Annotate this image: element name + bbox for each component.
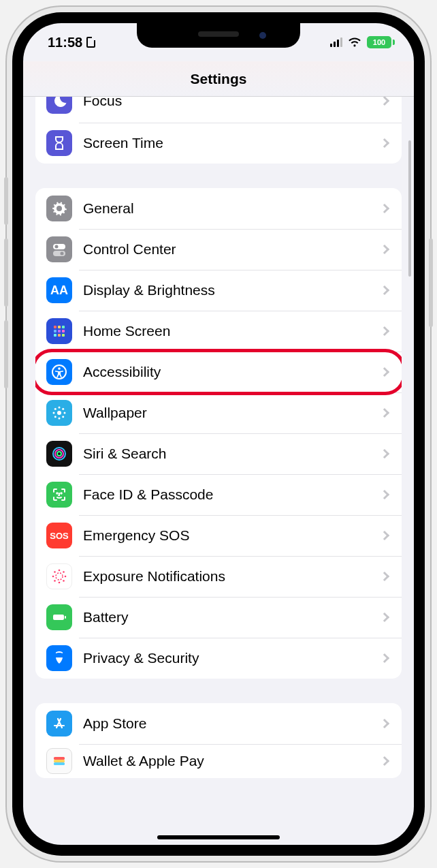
svg-point-37 — [63, 580, 65, 582]
svg-point-30 — [59, 570, 61, 572]
svg-point-35 — [63, 571, 65, 573]
chevron-right-icon — [380, 572, 389, 581]
row-battery[interactable]: Battery — [35, 597, 402, 638]
svg-point-36 — [54, 580, 56, 582]
row-focus[interactable]: Focus — [35, 97, 402, 123]
svg-point-1 — [55, 245, 59, 249]
volume-down-button — [4, 320, 8, 388]
front-camera — [259, 32, 266, 39]
svg-rect-10 — [54, 334, 56, 337]
display-icon: AA — [46, 277, 72, 303]
row-label: Privacy & Security — [83, 650, 381, 666]
appstore-icon — [46, 711, 72, 737]
chevron-right-icon — [380, 719, 389, 728]
wifi-icon — [348, 37, 361, 48]
row-general[interactable]: General — [35, 188, 402, 229]
faceid-icon — [46, 482, 72, 508]
chevron-right-icon — [380, 490, 389, 499]
content-area[interactable]: Focus Screen Time — [23, 97, 414, 845]
page-title: Settings — [191, 71, 247, 87]
row-label: Face ID & Passcode — [83, 486, 381, 503]
svg-rect-12 — [62, 334, 65, 337]
siri-icon — [46, 441, 72, 467]
settings-group-time: Focus Screen Time — [35, 97, 402, 164]
svg-point-26 — [57, 452, 61, 456]
svg-rect-11 — [58, 334, 61, 337]
sos-icon: SOS — [46, 523, 72, 548]
wallpaper-icon — [46, 400, 72, 426]
svg-rect-38 — [53, 615, 64, 620]
row-label: App Store — [83, 715, 381, 732]
accessibility-icon — [46, 359, 72, 385]
svg-point-16 — [59, 407, 61, 409]
row-wallet[interactable]: Wallet & Apple Pay — [35, 744, 402, 778]
settings-group-store: App Store Wallet & Apple Pay — [35, 703, 402, 778]
svg-rect-5 — [58, 326, 61, 328]
battery-icon: 100 — [367, 36, 395, 48]
wallet-icon — [46, 748, 72, 774]
row-label: Wallpaper — [83, 405, 381, 421]
focus-icon — [46, 97, 72, 114]
status-right: 100 — [330, 36, 395, 48]
svg-point-19 — [64, 412, 66, 414]
chevron-right-icon — [380, 367, 389, 377]
privacy-icon — [46, 645, 72, 671]
svg-rect-6 — [62, 326, 65, 328]
row-privacy[interactable]: Privacy & Security — [35, 638, 402, 679]
svg-rect-42 — [54, 762, 65, 765]
row-siri[interactable]: Siri & Search — [35, 433, 402, 474]
svg-rect-41 — [54, 760, 65, 762]
svg-point-29 — [56, 573, 63, 580]
svg-point-18 — [53, 412, 55, 414]
sos-icon-text: SOS — [50, 531, 68, 541]
svg-point-31 — [59, 582, 61, 584]
status-left: 11:58 — [48, 35, 95, 50]
row-screentime[interactable]: Screen Time — [35, 123, 402, 164]
row-label: Screen Time — [83, 135, 381, 151]
row-appstore[interactable]: App Store — [35, 703, 402, 744]
row-label: Focus — [83, 97, 381, 109]
row-controlcenter[interactable]: Control Center — [35, 229, 402, 270]
row-label: Wallet & Apple Pay — [83, 753, 381, 769]
svg-point-27 — [56, 493, 58, 494]
chevron-right-icon — [380, 449, 389, 459]
svg-point-32 — [52, 576, 54, 578]
row-label: Siri & Search — [83, 446, 381, 462]
chevron-right-icon — [380, 326, 389, 336]
battery-percent: 100 — [373, 38, 385, 46]
svg-point-21 — [62, 408, 64, 410]
row-wallpaper[interactable]: Wallpaper — [35, 392, 402, 433]
svg-point-15 — [57, 411, 61, 415]
row-homescreen[interactable]: Home Screen — [35, 311, 402, 352]
row-label: Accessibility — [83, 364, 381, 380]
volume-up-button — [4, 238, 8, 307]
screentime-icon — [46, 130, 72, 156]
sim-icon — [86, 37, 95, 48]
row-accessibility[interactable]: Accessibility — [35, 352, 402, 392]
svg-point-23 — [62, 416, 64, 418]
svg-point-33 — [65, 576, 67, 578]
screen: 11:58 100 Settings — [23, 23, 414, 845]
row-faceid[interactable]: Face ID & Passcode — [35, 474, 402, 515]
settings-group-general: General Control Center AA — [35, 188, 402, 679]
row-label: Emergency SOS — [83, 527, 381, 544]
scroll-indicator — [408, 140, 411, 277]
row-label: Display & Brightness — [83, 282, 381, 298]
controlcenter-icon — [46, 236, 72, 262]
chevron-right-icon — [380, 613, 389, 622]
chevron-right-icon — [380, 138, 389, 148]
row-label: Battery — [83, 609, 381, 625]
chevron-right-icon — [380, 408, 389, 418]
row-exposure[interactable]: Exposure Notifications — [35, 556, 402, 597]
row-sos[interactable]: SOS Emergency SOS — [35, 515, 402, 556]
exposure-icon — [46, 563, 72, 589]
chevron-right-icon — [380, 204, 389, 213]
row-display[interactable]: AA Display & Brightness — [35, 270, 402, 311]
chevron-right-icon — [380, 653, 389, 663]
notch — [137, 23, 300, 48]
svg-rect-8 — [58, 330, 61, 332]
svg-point-17 — [59, 418, 61, 420]
home-indicator[interactable] — [157, 835, 280, 839]
chevron-right-icon — [380, 97, 389, 106]
row-label: Control Center — [83, 241, 381, 258]
